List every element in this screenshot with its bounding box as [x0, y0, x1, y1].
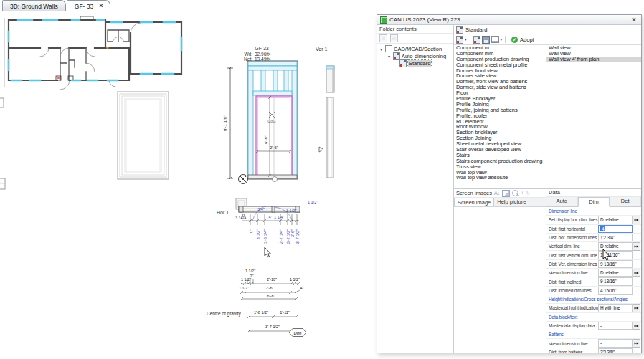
close-icon[interactable]: × — [99, 3, 103, 9]
data-row-value[interactable]: 9 13/16" — [598, 277, 633, 286]
list-item[interactable]: Dormer, front view and battens — [454, 79, 546, 85]
folder-tree[interactable]: ▾ CAD/MCAD/Section ▾ Auto-dimensioning S… — [377, 44, 453, 353]
list-view-icon[interactable] — [491, 36, 499, 43]
expand-button[interactable]: ▶▶ — [633, 269, 640, 277]
list-item[interactable]: Component production drawing — [454, 57, 546, 62]
list-item[interactable]: Profile, roofer — [454, 113, 546, 119]
list-item[interactable]: Section bricklayer — [454, 130, 546, 135]
tree-node-cad-mcad-section[interactable]: ▾ CAD/MCAD/Section — [377, 45, 453, 52]
section-icon — [385, 45, 392, 52]
list-item[interactable]: RC element — [454, 119, 546, 125]
data-section-header[interactable]: Height indications/Cross-sections/Angles — [546, 295, 641, 304]
adopt-label: Adopt — [520, 37, 534, 43]
svg-text:1'-8 1/2": 1'-8 1/2" — [254, 310, 268, 315]
chevron-down-icon[interactable]: ▾ — [501, 37, 503, 42]
list-item[interactable]: Roof Window — [454, 124, 546, 130]
list-item[interactable]: Dormer front view — [454, 68, 546, 74]
data-row-value[interactable]: D relative — [598, 216, 633, 224]
data-row[interactable]: skew dimension lineD relative▶▶ — [546, 269, 641, 277]
tab-screen-image[interactable]: Screen image — [454, 198, 494, 206]
data-row[interactable]: Dist. Ver. dimension lines9 13/16"▶▶ — [546, 260, 641, 269]
copy-template-icon[interactable] — [473, 36, 480, 44]
data-row[interactable]: skew dimension line-▶▶ — [546, 339, 641, 348]
tab-gf-33[interactable]: GF- 33 × — [67, 0, 111, 11]
expand-button[interactable]: ▶▶ — [633, 216, 640, 224]
list-item[interactable]: Profile, joining and battens — [454, 107, 546, 113]
data-row[interactable]: Dist. first inclined9 13/16"▶▶ — [546, 277, 641, 286]
list-item[interactable]: Stairs — [454, 153, 546, 158]
list-item[interactable]: Dormer side view — [454, 73, 546, 79]
list-item-value[interactable]: Wall view — [546, 51, 641, 57]
data-row-value[interactable]: - — [598, 339, 633, 348]
list-item[interactable]: Sheet metal developed view — [454, 141, 546, 147]
template-list: Component mComponent mmComponent product… — [454, 45, 641, 189]
list-item[interactable]: Wall top view — [454, 170, 546, 176]
zoom-icon[interactable] — [512, 190, 518, 196]
data-section-header[interactable]: Data block/text — [546, 313, 641, 322]
list-item[interactable]: Wall top view absolute — [454, 175, 546, 181]
data-row-value[interactable]: - — [598, 322, 633, 330]
tab-3d-ground-walls[interactable]: 3D: Ground Walls — [2, 0, 66, 11]
data-row[interactable]: Set display hor. dim. linesD relative▶▶ — [546, 216, 641, 224]
chevron-down-icon[interactable]: ▾ — [387, 54, 392, 59]
expand-button[interactable]: ▶▶ — [633, 242, 640, 251]
list-item-value[interactable]: Wall view — [546, 45, 641, 51]
data-row-value[interactable]: 4 15/16" — [598, 287, 633, 295]
adopt-button[interactable]: ✓ Adopt — [508, 37, 537, 43]
list-item[interactable]: Floor — [454, 90, 546, 96]
expand-button[interactable]: ▶▶ — [633, 339, 640, 348]
list-item[interactable]: Profile Bricklayer — [454, 96, 546, 102]
data-row[interactable]: Dist. inclined dim lines4 15/16"▶▶ — [546, 287, 641, 295]
data-row[interactable]: Dist. first vertical dim. line1'7 11/16"… — [546, 251, 641, 259]
data-row[interactable]: Dist. first horizontal4▶▶ — [546, 225, 641, 234]
tab-auto[interactable]: Auto — [546, 197, 578, 206]
save-icon[interactable] — [482, 36, 490, 44]
dialog-titlebar[interactable]: CAN US 2023 (View R) 223 × — [377, 15, 641, 25]
picture-icon[interactable] — [502, 190, 510, 197]
list-item[interactable]: Component sheet metal profile — [454, 62, 546, 68]
list-item[interactable]: Section Joining — [454, 135, 546, 141]
tab-help-picture[interactable]: Help picture — [494, 198, 529, 206]
hierarchy-icon[interactable] — [390, 34, 398, 42]
data-row-value[interactable]: D relative — [598, 269, 633, 277]
sort-alpha-icon[interactable]: A↓ — [494, 191, 500, 196]
list-item[interactable]: Stairs component production drawing — [454, 158, 546, 164]
data-row-value[interactable]: H with line — [598, 304, 633, 312]
data-row[interactable]: Masterdata display data-▶▶ — [546, 322, 641, 330]
template-name-row[interactable]: Standard — [454, 25, 641, 34]
expand-button[interactable]: ▶▶ — [633, 304, 640, 312]
dim-badge: DIM — [294, 331, 302, 335]
move-icon[interactable]: + — [521, 191, 524, 196]
tree-node-standard[interactable]: Standard — [377, 59, 453, 67]
data-section-header[interactable]: Dimension line — [546, 207, 641, 216]
data-row[interactable]: Vertical dim. lineD relative▶▶ — [546, 242, 641, 251]
data-row-input[interactable]: 4 — [598, 225, 633, 234]
mouse-cursor — [602, 249, 612, 263]
bottom-panels: Screen images A↓ + ↻ Screen image Help p… — [454, 189, 641, 353]
data-row-value[interactable]: 1'2 3/4" — [598, 234, 633, 242]
new-template-icon[interactable] — [456, 36, 463, 44]
expand-button[interactable]: ▶▶ — [633, 322, 640, 330]
data-section-header[interactable]: Battens — [546, 330, 641, 339]
list-item[interactable]: Profile Joining — [454, 102, 546, 107]
list-item[interactable]: Truss view — [454, 164, 546, 170]
svg-text:2'-6": 2'-6" — [266, 286, 274, 290]
tab-det[interactable]: Det — [610, 197, 641, 206]
tab-dim[interactable]: Dim — [578, 197, 610, 207]
chevron-down-icon[interactable]: ▾ — [465, 37, 467, 42]
list-item[interactable]: Component mm — [454, 51, 546, 57]
list-item[interactable]: Component m — [454, 45, 546, 51]
dialog-close-icon[interactable]: × — [630, 16, 638, 24]
list-item-value[interactable]: Wall view 4' from plan — [546, 57, 641, 62]
data-row-value[interactable]: 3'3 3/8" — [598, 348, 633, 353]
toolbar-separator — [470, 36, 470, 43]
data-row[interactable]: Dist. hor. dimension lines1'2 3/4"▶▶ — [546, 234, 641, 242]
data-row-label: skew dimension line — [546, 270, 598, 275]
list-item[interactable]: Stair overall developed view — [454, 147, 546, 153]
tree-node-auto-dimensioning[interactable]: ▾ Auto-dimensioning — [377, 52, 453, 59]
data-row[interactable]: Masterdat hight indicationH with line▶▶ — [546, 304, 641, 312]
structure-icon[interactable] — [379, 34, 387, 42]
list-item[interactable]: Dormer, side view and battens — [454, 85, 546, 90]
data-row[interactable]: Dist. from battens3'3 3/8"▶▶ — [546, 348, 641, 353]
chevron-down-icon[interactable]: ▾ — [379, 47, 384, 52]
